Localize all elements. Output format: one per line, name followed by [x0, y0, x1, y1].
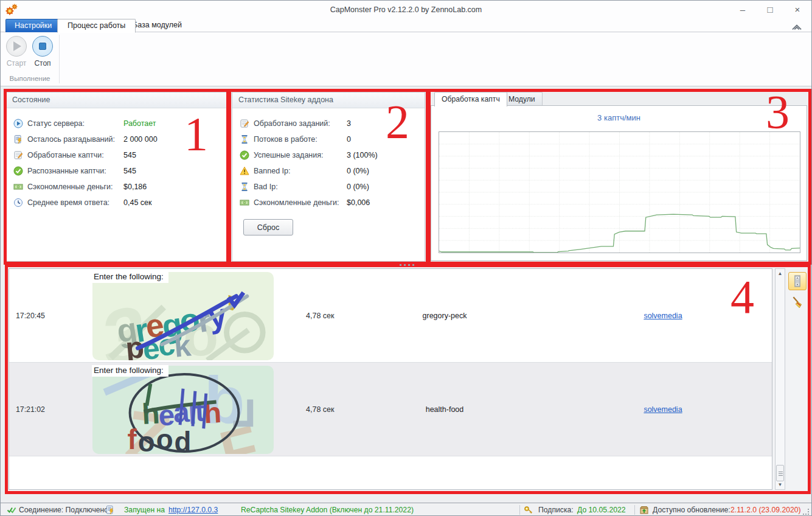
- update-box-icon: [639, 505, 649, 515]
- banknote-icon: [240, 198, 249, 207]
- stat-row: Сэкономленные деньги: $0,186: [6, 179, 227, 195]
- chart-body: 3 каптч/мин: [431, 105, 807, 261]
- stat-row: Статус сервера: Работает: [6, 116, 227, 131]
- doc-bolt-icon: [105, 505, 115, 515]
- captcha-image: b Z F health food Enter the following:: [92, 366, 274, 454]
- connection-status: Соединение: Подключено: [19, 503, 108, 516]
- tab-captcha-processing[interactable]: Обработка каптч: [434, 92, 507, 106]
- status-bar: Соединение: Подключено Запущен на http:/…: [1, 503, 811, 516]
- addon-status: ReCaptcha Sitekey Addon (Включен до 21.1…: [241, 503, 414, 516]
- ribbon: Старт Стоп Выполнение: [1, 32, 811, 86]
- scrollbar-thumb[interactable]: [776, 465, 784, 481]
- log-row[interactable]: 17:20:45 3 o gregory peck v: [9, 269, 772, 363]
- stat-row: Успешные задания: 3 (100%): [232, 147, 425, 163]
- panel-state-title: Состояние: [6, 92, 227, 108]
- stop-icon: [32, 36, 53, 57]
- check-circle-icon: [13, 166, 23, 176]
- stat-row: Среднее время ответа: 0,45 сек: [6, 195, 227, 211]
- maximize-button[interactable]: □: [760, 2, 780, 17]
- title-bar: CapMonster Pro v2.12.2.0 by ZennoLab.com…: [1, 1, 811, 19]
- panel-captcha-chart: Обработка каптч Модули 3 каптч/мин: [431, 92, 808, 262]
- scroll-down-icon[interactable]: ▼: [776, 480, 785, 489]
- log-answer: health-food: [372, 363, 518, 456]
- stat-row: Bad Ip: 0 (0%): [232, 179, 425, 195]
- ribbon-group-separator: [59, 35, 60, 83]
- autoscroll-icon: [791, 274, 804, 288]
- clock-icon: [13, 198, 23, 207]
- captcha-log-list: 17:20:45 3 o gregory peck v: [9, 268, 772, 490]
- notepad-pencil-icon: [13, 150, 23, 160]
- splitter-handle-icon[interactable]: [395, 263, 419, 267]
- doc-bolt-icon: [13, 134, 23, 144]
- capmonster-window: CapMonster Pro v2.12.2.0 by ZennoLab.com…: [0, 0, 812, 516]
- statusbar-separator: [519, 505, 520, 515]
- log-row[interactable]: 17:21:02 b Z F health food: [9, 363, 772, 456]
- minimize-button[interactable]: –: [732, 2, 753, 17]
- server-url-link[interactable]: http://127.0.0.3: [168, 503, 218, 516]
- stat-row: Осталось разгадываний: 2 000 000: [6, 131, 227, 147]
- svg-text:food: food: [128, 424, 193, 454]
- log-time: 17:20:45: [16, 269, 45, 362]
- stat-row: Banned Ip: 0 (0%): [232, 163, 425, 179]
- clear-log-button[interactable]: [790, 295, 805, 310]
- double-check-icon: [7, 505, 16, 515]
- log-type-link[interactable]: solvemedia: [617, 269, 709, 362]
- start-button[interactable]: Старт: [4, 36, 29, 68]
- ribbon-tab-bar: Настройки Процесс работы База модулей: [1, 19, 811, 32]
- log-answer: gregory-peck: [372, 269, 518, 362]
- captcha-prompt: Enter the following:: [92, 271, 168, 283]
- window-title: CapMonster Pro v2.12.2.0 by ZennoLab.com: [1, 1, 811, 19]
- captcha-prompt: Enter the following:: [92, 365, 168, 377]
- launched-label: Запущен на: [124, 503, 165, 516]
- svg-text:peck: peck: [124, 326, 192, 360]
- panel-captcha-log: 17:20:45 3 o gregory peck v: [7, 267, 810, 492]
- log-type-link[interactable]: solvemedia: [617, 363, 709, 456]
- vertical-scrollbar[interactable]: ▲ ▼: [775, 268, 785, 490]
- subscription-value: До 10.05.2022: [577, 503, 626, 516]
- stat-row: Обработано заданий: 3: [232, 116, 425, 131]
- banknote-icon: [13, 182, 23, 192]
- tab-settings[interactable]: Настройки: [5, 19, 61, 32]
- play-circle-icon: [13, 119, 23, 128]
- stat-row: Обработаные каптчи: 545: [6, 147, 227, 163]
- update-version[interactable]: 2.11.2.0 (23.09.2020): [730, 503, 801, 516]
- subscription-label: Подписка:: [538, 503, 574, 516]
- stop-button[interactable]: Стоп: [30, 36, 55, 68]
- captcha-rate-chart: [439, 131, 800, 253]
- stat-row: Потоков в работе: 0: [232, 131, 425, 147]
- close-button[interactable]: ×: [787, 2, 808, 17]
- stat-row: Распознанные каптчи: 545: [6, 163, 227, 179]
- log-elapsed: 4,78 сек: [306, 269, 334, 362]
- play-icon: [6, 36, 27, 57]
- warning-icon: [240, 166, 249, 176]
- panel-sitekey-stats: Статистика Sitekey аддона Обработано зад…: [232, 92, 425, 262]
- check-circle-icon: [240, 150, 249, 160]
- resize-grip[interactable]: [802, 508, 810, 515]
- log-elapsed: 4,78 сек: [306, 363, 334, 456]
- hourglass-icon: [240, 182, 249, 192]
- server-status-value: Работает: [123, 119, 156, 128]
- stat-row: Сэкономленные деньги: $0,006: [232, 195, 425, 211]
- captcha-image: 3 o gregory peck v Enter the following:: [92, 272, 274, 360]
- ribbon-group-label: Выполнение: [1, 75, 59, 82]
- chart-title: 3 каптч/мин: [431, 113, 807, 122]
- panel-state: Состояние Статус сервера: Работает Остал…: [5, 92, 227, 262]
- key-icon: [524, 505, 533, 515]
- autoscroll-toggle-button[interactable]: [788, 272, 807, 290]
- tab-modules[interactable]: Модули: [501, 92, 543, 106]
- scroll-up-icon[interactable]: ▲: [776, 269, 785, 278]
- notepad-pencil-icon: [240, 119, 249, 128]
- hourglass-icon: [240, 134, 249, 144]
- collapse-ribbon-icon[interactable]: [790, 21, 803, 31]
- broom-icon: [790, 296, 805, 309]
- reset-button[interactable]: Сброс: [243, 219, 293, 235]
- statusbar-separator: [634, 505, 635, 515]
- tab-work-process[interactable]: Процесс работы: [57, 19, 136, 33]
- update-label: Доступно обновление:: [653, 503, 730, 516]
- log-time: 17:21:02: [16, 363, 45, 456]
- panel-sitekey-title: Статистика Sitekey аддона: [232, 92, 425, 108]
